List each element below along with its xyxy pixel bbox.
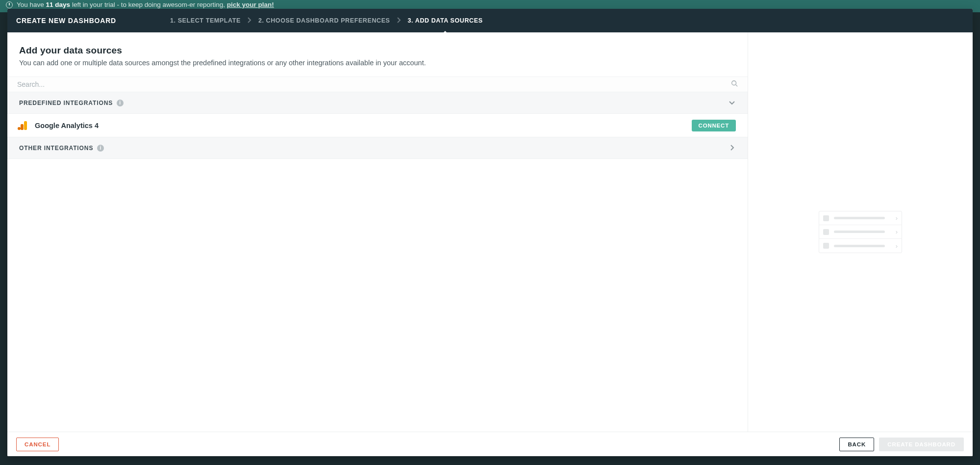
intro-block: Add your data sources You can add one or… bbox=[7, 32, 748, 77]
chevron-right-icon[interactable] bbox=[728, 142, 736, 155]
create-dashboard-modal: CREATE NEW DASHBOARD 1. SELECT TEMPLATE … bbox=[7, 9, 973, 456]
clock-icon bbox=[6, 1, 13, 8]
modal-footer: CANCEL BACK CREATE DASHBOARD bbox=[7, 432, 973, 456]
search-icon[interactable] bbox=[731, 80, 738, 89]
connect-button[interactable]: CONNECT bbox=[692, 120, 736, 131]
google-analytics-icon bbox=[19, 121, 29, 130]
wizard-steps: 1. SELECT TEMPLATE 2. CHOOSE DASHBOARD P… bbox=[170, 17, 483, 25]
chevron-right-icon: › bbox=[896, 242, 898, 250]
step-add-data-sources[interactable]: 3. ADD DATA SOURCES bbox=[408, 17, 483, 24]
info-icon[interactable]: i bbox=[97, 145, 104, 152]
section-label-other: OTHER INTEGRATIONS bbox=[19, 145, 93, 152]
chevron-right-icon bbox=[248, 17, 251, 25]
svg-point-0 bbox=[732, 81, 736, 85]
cancel-button[interactable]: CANCEL bbox=[16, 438, 59, 451]
page-heading: Add your data sources bbox=[19, 45, 736, 56]
section-predefined-integrations[interactable]: PREDEFINED INTEGRATIONS i bbox=[7, 92, 748, 114]
list-item: › bbox=[819, 211, 902, 225]
integration-name: Google Analytics 4 bbox=[35, 122, 692, 129]
wizard-title: CREATE NEW DASHBOARD bbox=[16, 17, 116, 25]
chevron-right-icon: › bbox=[896, 228, 898, 235]
list-item: › bbox=[819, 239, 902, 253]
left-panel: Add your data sources You can add one or… bbox=[7, 32, 748, 432]
trial-text-middle: left in your trial - to keep doing aweso… bbox=[72, 1, 225, 8]
chevron-right-icon: › bbox=[896, 214, 898, 222]
page-subtitle: You can add one or multiple data sources… bbox=[19, 59, 736, 67]
step-choose-preferences[interactable]: 2. CHOOSE DASHBOARD PREFERENCES bbox=[258, 17, 390, 24]
info-icon[interactable]: i bbox=[117, 100, 124, 106]
step-select-template[interactable]: 1. SELECT TEMPLATE bbox=[170, 17, 241, 24]
section-other-integrations[interactable]: OTHER INTEGRATIONS i bbox=[7, 137, 748, 159]
search-bar bbox=[7, 77, 748, 92]
search-input[interactable] bbox=[17, 80, 731, 88]
chevron-right-icon bbox=[397, 17, 401, 25]
right-panel: › › › bbox=[748, 32, 973, 432]
integration-row-ga4: Google Analytics 4 CONNECT bbox=[7, 114, 748, 137]
trial-days: 11 days bbox=[46, 1, 71, 8]
back-button[interactable]: BACK bbox=[839, 438, 874, 451]
create-dashboard-button: CREATE DASHBOARD bbox=[879, 438, 964, 451]
chevron-down-icon[interactable] bbox=[728, 97, 736, 109]
list-item: › bbox=[819, 225, 902, 239]
svg-line-1 bbox=[736, 85, 738, 87]
trial-text-prefix: You have bbox=[17, 1, 44, 8]
pick-plan-link[interactable]: pick your plan! bbox=[227, 1, 274, 8]
placeholder-card: › › › bbox=[819, 211, 902, 253]
section-label-predefined: PREDEFINED INTEGRATIONS bbox=[19, 100, 113, 106]
wizard-header: CREATE NEW DASHBOARD 1. SELECT TEMPLATE … bbox=[7, 9, 973, 32]
